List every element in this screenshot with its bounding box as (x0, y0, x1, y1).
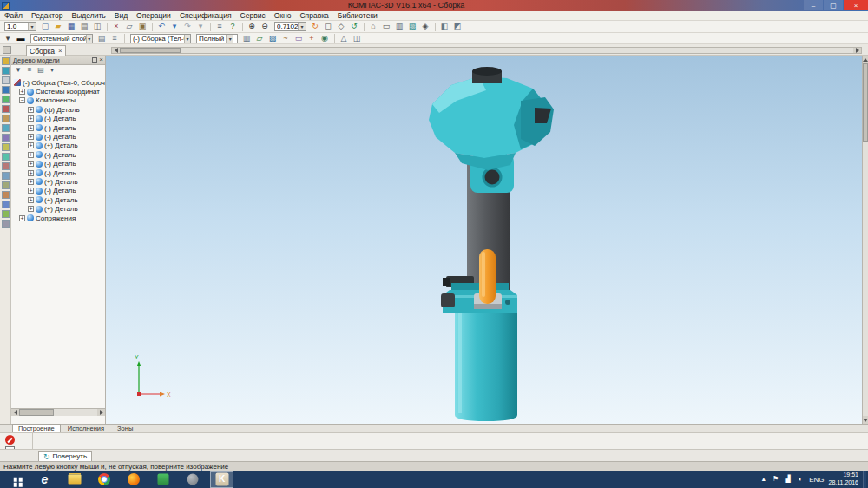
expand-icon[interactable]: + (28, 170, 34, 176)
tree-hscrollbar[interactable] (11, 408, 105, 416)
expand-icon[interactable]: + (28, 107, 34, 113)
scroll-down-icon[interactable] (863, 416, 868, 424)
sketch-icon[interactable] (2, 76, 10, 84)
kompas-icon[interactable]: K (210, 471, 233, 488)
expand-icon[interactable]: + (19, 215, 25, 221)
revolve-icon[interactable] (2, 96, 10, 103)
wireframe-icon[interactable]: ▭ (380, 22, 392, 32)
panel-settings-icon[interactable] (2, 220, 10, 228)
tree-item-coordinate-systems[interactable]: + Системы координат (11, 87, 105, 96)
window-list-icon[interactable] (3, 46, 11, 54)
current-state-icon[interactable]: ▾ (2, 33, 14, 43)
tab-versions[interactable]: Исполнения (62, 424, 110, 432)
undo-icon[interactable]: ↶ (155, 22, 168, 32)
component-icon[interactable]: ◫ (351, 33, 363, 43)
collapse-icon[interactable]: − (19, 97, 25, 103)
loft-icon[interactable] (2, 115, 10, 122)
filter-icon[interactable] (2, 172, 10, 180)
pin-icon[interactable] (92, 57, 97, 63)
zoom-input[interactable] (277, 23, 298, 30)
language-indicator[interactable]: ENG (809, 476, 824, 484)
zoom-area-icon[interactable]: ◻ (322, 22, 334, 32)
show-sketches-icon[interactable]: ▱ (253, 33, 266, 43)
volume-icon[interactable]: ◖ (795, 472, 805, 486)
selection-filter-icon[interactable] (2, 57, 10, 65)
expand-icon[interactable]: + (28, 152, 34, 158)
expand-icon[interactable]: + (19, 89, 25, 95)
expand-icon[interactable]: + (28, 134, 34, 140)
action-center-icon[interactable]: ⚑ (771, 472, 780, 486)
maximize-button[interactable]: ▢ (824, 0, 843, 10)
spatial-curve-icon[interactable] (2, 134, 10, 142)
scroll-right-icon[interactable] (97, 409, 105, 416)
chevron-down-icon[interactable]: ▾ (184, 35, 190, 43)
tree-item-detail[interactable]: + (-) Деталь (11, 123, 105, 132)
layers-list-icon[interactable]: ≡ (108, 33, 121, 43)
chrome-icon[interactable] (92, 471, 115, 488)
variables-icon[interactable]: ≡ (214, 22, 226, 32)
section-view-icon[interactable]: ◩ (451, 22, 464, 32)
menu-item[interactable]: Выделить (68, 11, 110, 21)
pan-icon[interactable]: ◇ (335, 22, 347, 32)
ie-icon[interactable]: e (33, 471, 56, 488)
rotate-view-icon[interactable]: ↺ (348, 22, 360, 32)
tree-item-detail[interactable]: + (+) Деталь (11, 204, 105, 213)
document-combo[interactable]: (-) Сборка (Тел-0, С ▾ (130, 34, 191, 43)
array-icon[interactable] (2, 153, 10, 161)
zoom-value-field[interactable]: ▾ (274, 22, 306, 31)
menu-item[interactable]: Операции (132, 11, 175, 21)
edit-part-icon[interactable] (2, 67, 10, 75)
tree-item-detail[interactable]: + (+) Деталь (11, 177, 105, 186)
menu-item[interactable]: Вид (110, 11, 132, 21)
start-button[interactable] (3, 471, 27, 488)
tree-item-detail[interactable]: + (-) Деталь (11, 115, 105, 123)
chevron-down-icon[interactable]: ▾ (86, 35, 92, 43)
display-mode-combo[interactable]: Полный ▾ (196, 34, 238, 43)
hidden-icons-chevron[interactable]: ▴ (759, 472, 768, 486)
current-step-field[interactable]: ▾ (4, 22, 36, 31)
tree-structure-icon[interactable]: ▼ (13, 66, 23, 76)
layer-combo[interactable]: Системный слой (0) ▾ (30, 34, 93, 43)
show-surfaces-icon[interactable]: ▨ (266, 33, 279, 43)
surface-icon[interactable] (2, 124, 10, 132)
tree-item-detail[interactable]: + (+) Деталь (11, 195, 105, 204)
tab-construction[interactable]: Построение (12, 424, 61, 432)
tree-options-icon[interactable]: ▾ (47, 66, 57, 76)
tree-item-detail[interactable]: + (-) Деталь (11, 187, 105, 195)
tree-item-detail[interactable]: + (ф) Деталь (11, 105, 105, 114)
scroll-up-icon[interactable] (863, 56, 868, 63)
report-icon[interactable] (2, 191, 10, 199)
preview-icon[interactable]: ◫ (91, 22, 103, 32)
expand-icon[interactable]: + (28, 188, 34, 194)
redo-list-icon[interactable]: ▾ (194, 22, 207, 32)
interrupt-command-icon[interactable] (5, 435, 15, 445)
minimize-button[interactable]: – (804, 0, 823, 10)
explorer-icon[interactable] (62, 471, 86, 488)
print-icon[interactable]: ▤ (78, 22, 90, 32)
tree-close-icon[interactable]: × (99, 56, 103, 63)
hide-all-objects-icon[interactable]: ▥ (240, 33, 253, 43)
tree-hscroll-thumb[interactable] (19, 409, 54, 416)
tree-item-mates[interactable]: + Сопряжения (11, 214, 105, 222)
tree-item-detail[interactable]: + (-) Деталь (11, 168, 105, 177)
tree-item-detail[interactable]: + (+) Деталь (11, 142, 105, 150)
library-icon[interactable] (2, 201, 10, 208)
line-color-swatch[interactable]: ▬ (15, 33, 27, 43)
menu-item[interactable]: Справка (295, 11, 332, 21)
clock[interactable]: 19:51 28.11.2016 (828, 472, 858, 487)
specification-icon[interactable] (2, 181, 10, 189)
viewport-vscrollbar[interactable] (862, 56, 868, 424)
refresh-image-icon[interactable]: ↻ (309, 22, 321, 32)
expand-icon[interactable]: + (28, 125, 34, 131)
show-curves-icon[interactable]: ~ (279, 33, 292, 43)
expand-icon[interactable]: + (28, 197, 34, 203)
scroll-left-icon[interactable] (112, 48, 120, 53)
tree-item-detail[interactable]: + (-) Деталь (11, 160, 105, 168)
auxiliary-geometry-icon[interactable] (2, 143, 10, 151)
show-axes-icon[interactable]: + (306, 33, 318, 43)
expand-icon[interactable]: + (28, 161, 34, 167)
save-icon[interactable]: ▦ (65, 22, 77, 32)
menu-item[interactable]: Файл (0, 11, 27, 21)
menu-item[interactable]: Спецификация (175, 11, 236, 21)
expand-icon[interactable]: + (28, 179, 34, 185)
